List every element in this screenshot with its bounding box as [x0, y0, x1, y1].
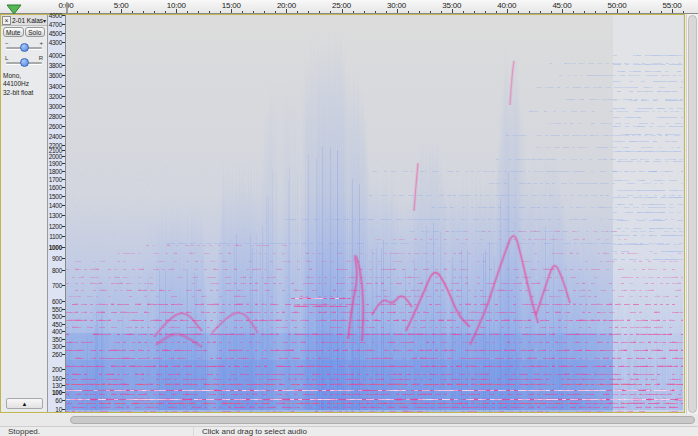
track-title-bar[interactable]: × 2-01 Kalasha ▾: [1, 15, 47, 26]
timeline-tick: [474, 11, 475, 13]
playhead-marker: [66, 2, 68, 13]
frequency-tick: [62, 236, 65, 237]
frequency-label: 200: [52, 366, 62, 373]
frequency-label: 400: [52, 328, 62, 335]
frequency-tick: [62, 409, 65, 410]
frequency-label: 3000: [49, 103, 62, 110]
frequency-tick: [62, 126, 65, 127]
horizontal-scrollbar[interactable]: [0, 414, 698, 426]
timeline-tick: [650, 11, 651, 13]
timeline-tick: [463, 11, 464, 13]
timeline-tick: [375, 11, 376, 13]
frequency-tick: [62, 226, 65, 227]
timeline-tick: [77, 11, 78, 13]
frequency-label: 100: [52, 389, 62, 396]
frequency-label: 800: [52, 267, 62, 274]
frequency-ruler[interactable]: 4900470045004300400038003600340032003000…: [48, 15, 66, 412]
frequency-label: 1700: [49, 176, 62, 183]
frequency-label: 600: [52, 298, 62, 305]
timeline-ruler[interactable]: 0:005:0010:0015:0020:0025:0030:0035:0040…: [0, 0, 698, 14]
frequency-tick: [62, 156, 65, 157]
timeline-tick: [639, 11, 640, 13]
frequency-tick: [62, 150, 65, 151]
track-format-line1: Mono, 44100Hz: [3, 72, 45, 89]
track-title[interactable]: 2-01 Kalasha: [12, 17, 43, 24]
vertical-scrollbar[interactable]: [686, 14, 698, 414]
timeline-tick: [297, 11, 298, 13]
frequency-tick: [62, 316, 65, 317]
frequency-label: 4000: [49, 52, 62, 59]
close-track-icon[interactable]: ×: [2, 16, 11, 25]
frequency-tick: [62, 33, 65, 34]
timeline-tick: [485, 11, 486, 13]
frequency-label: 2000: [49, 153, 62, 160]
frequency-label: 1500: [49, 193, 62, 200]
frequency-tick: [62, 385, 65, 386]
frequency-label: 4700: [49, 21, 62, 28]
gain-slider-thumb[interactable]: [20, 43, 29, 52]
frequency-tick: [62, 301, 65, 302]
timeline-tick: [88, 11, 89, 13]
timeline-tick: [628, 11, 629, 13]
mute-button[interactable]: Mute: [3, 27, 24, 37]
frequency-tick: [62, 369, 65, 370]
timeline-tick: [209, 11, 210, 13]
frequency-label: 900: [52, 255, 62, 262]
timeline-tick: [165, 11, 166, 13]
frequency-label: 350: [52, 336, 62, 343]
timeline-tick: [143, 11, 144, 13]
timeline-tick: [330, 11, 331, 13]
frequency-tick: [62, 55, 65, 56]
frequency-label: 500: [52, 313, 62, 320]
solo-button[interactable]: Solo: [25, 27, 46, 37]
spectrogram-view[interactable]: [66, 15, 683, 412]
collapse-track-button[interactable]: ▲: [6, 398, 43, 409]
spectrogram-canvas[interactable]: [66, 15, 683, 412]
timeline-label: 25:00: [332, 1, 351, 10]
track-control-panel: × 2-01 Kalasha ▾ Mute Solo − + L R M: [1, 15, 48, 412]
timeline-tick: [408, 11, 409, 13]
frequency-tick: [62, 339, 65, 340]
horizontal-scrollbar-thumb[interactable]: [70, 416, 695, 424]
frequency-tick: [62, 270, 65, 271]
timeline-tick: [573, 11, 574, 13]
timeline-label: 5:00: [114, 1, 129, 10]
frequency-label: 1200: [49, 223, 62, 230]
frequency-label: 160: [52, 375, 62, 382]
timeline-tick: [319, 11, 320, 13]
status-bar: Stopped. Click and drag to select audio: [0, 426, 698, 436]
frequency-label: 3400: [49, 83, 62, 90]
frequency-label: 1100: [49, 233, 62, 240]
timeline-label: 50:00: [607, 1, 626, 10]
frequency-tick: [62, 15, 65, 16]
frequency-label: 1600: [49, 184, 62, 191]
frequency-tick: [62, 42, 65, 43]
status-hint: Click and drag to select audio: [194, 427, 698, 436]
pan-slider-thumb[interactable]: [20, 58, 29, 67]
audio-track: × 2-01 Kalasha ▾ Mute Solo − + L R M: [0, 14, 685, 413]
frequency-tick: [62, 24, 65, 25]
track-menu-chevron-down-icon[interactable]: ▾: [43, 17, 46, 24]
vertical-scrollbar-thumb[interactable]: [688, 15, 697, 413]
timeline-tick: [595, 11, 596, 13]
timeline-tick: [308, 11, 309, 13]
frequency-label: 1300: [49, 212, 62, 219]
frequency-tick: [62, 171, 65, 172]
timeline-tick: [540, 11, 541, 13]
timeline-scale[interactable]: 0:005:0010:0015:0020:0025:0030:0035:0040…: [0, 0, 698, 13]
timeline-label: 20:00: [277, 1, 296, 10]
frequency-tick: [62, 96, 65, 97]
timeline-tick: [364, 11, 365, 13]
gain-slider[interactable]: − +: [4, 39, 44, 54]
frequency-tick: [62, 163, 65, 164]
frequency-tick: [62, 65, 65, 66]
timeline-label: 35:00: [442, 1, 461, 10]
frequency-label: 260: [52, 351, 62, 358]
frequency-tick: [62, 392, 65, 393]
frequency-label: 4500: [49, 30, 62, 37]
timeline-tick: [606, 11, 607, 13]
gain-plus-label: +: [39, 40, 43, 46]
status-state: Stopped.: [0, 427, 194, 436]
pan-slider[interactable]: L R: [4, 54, 44, 69]
frequency-tick: [62, 400, 65, 401]
